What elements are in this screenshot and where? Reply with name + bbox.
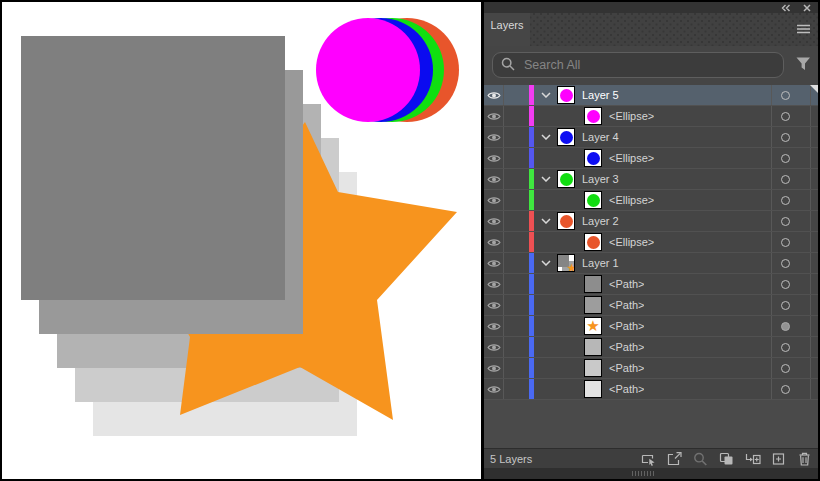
filter-icon[interactable]	[796, 57, 811, 73]
target-circle[interactable]	[781, 343, 790, 352]
target-circle[interactable]	[781, 259, 790, 268]
layer-row[interactable]: <Path>	[484, 337, 818, 358]
search-box[interactable]	[492, 52, 784, 78]
layer-row[interactable]: <Ellipse>	[484, 148, 818, 169]
visibility-eye-icon[interactable]	[484, 274, 504, 294]
layer-name: <Ellipse>	[609, 152, 654, 164]
row-content: ★ <Path>	[534, 316, 771, 336]
layer-row[interactable]: ★ Layer 1	[484, 253, 818, 274]
layer-thumbnail	[584, 338, 602, 356]
visibility-eye-icon[interactable]	[484, 106, 504, 126]
visibility-eye-icon[interactable]	[484, 379, 504, 399]
layer-row[interactable]: Layer 4	[484, 127, 818, 148]
chevron-down-icon[interactable]	[538, 134, 554, 140]
target-cell	[771, 127, 810, 147]
artboard-canvas[interactable]	[2, 2, 481, 479]
make-clipping-mask-icon[interactable]	[718, 451, 735, 466]
chevron-down-icon[interactable]	[538, 260, 554, 266]
target-circle[interactable]	[781, 301, 790, 310]
visibility-eye-icon[interactable]	[484, 358, 504, 378]
lock-toggle-cell[interactable]	[504, 337, 529, 357]
visibility-eye-icon[interactable]	[484, 190, 504, 210]
visibility-eye-icon[interactable]	[484, 211, 504, 231]
visibility-eye-icon[interactable]	[484, 316, 504, 336]
lock-toggle-cell[interactable]	[504, 127, 529, 147]
layer-thumbnail	[584, 380, 602, 398]
panel-menu-icon[interactable]	[797, 24, 810, 36]
target-cell	[771, 379, 810, 399]
visibility-eye-icon[interactable]	[484, 295, 504, 315]
visibility-eye-icon[interactable]	[484, 127, 504, 147]
target-circle[interactable]	[781, 112, 790, 121]
target-cell	[771, 211, 810, 231]
layer-row[interactable]: Layer 3	[484, 169, 818, 190]
row-content: <Ellipse>	[534, 106, 771, 126]
visibility-eye-icon[interactable]	[484, 232, 504, 252]
layer-row[interactable]: <Ellipse>	[484, 232, 818, 253]
target-circle[interactable]	[781, 385, 790, 394]
row-right-gutter	[810, 127, 818, 147]
layer-name: Layer 4	[582, 131, 619, 143]
chevron-down-icon[interactable]	[538, 218, 554, 224]
layer-row[interactable]: <Path>	[484, 274, 818, 295]
layer-name: <Ellipse>	[609, 110, 654, 122]
target-circle[interactable]	[781, 364, 790, 373]
target-circle[interactable]	[781, 280, 790, 289]
target-circle[interactable]	[781, 154, 790, 163]
layer-row[interactable]: <Path>	[484, 295, 818, 316]
artwork-svg	[2, 2, 481, 479]
layers-panel: Layers	[484, 2, 818, 479]
layer-thumbnail	[584, 149, 602, 167]
layer-row[interactable]: <Path>	[484, 379, 818, 400]
gray-square-1[interactable]	[21, 36, 285, 300]
layer-row[interactable]: Layer 5	[484, 85, 818, 106]
lock-toggle-cell[interactable]	[504, 379, 529, 399]
visibility-eye-icon[interactable]	[484, 253, 504, 273]
lock-toggle-cell[interactable]	[504, 148, 529, 168]
collapse-panels-icon[interactable]	[781, 4, 791, 12]
chevron-down-icon[interactable]	[538, 92, 554, 98]
target-circle[interactable]	[781, 175, 790, 184]
new-sublayer-icon[interactable]	[744, 451, 761, 466]
lock-toggle-cell[interactable]	[504, 211, 529, 231]
lock-toggle-cell[interactable]	[504, 190, 529, 210]
locate-object-icon[interactable]	[692, 451, 709, 466]
magenta-ellipse[interactable]	[316, 18, 420, 122]
lock-toggle-cell[interactable]	[504, 169, 529, 189]
application-window: Layers	[0, 0, 820, 481]
target-circle[interactable]	[781, 238, 790, 247]
chevron-down-icon[interactable]	[538, 176, 554, 182]
layer-row[interactable]: ★ <Path>	[484, 316, 818, 337]
lock-toggle-cell[interactable]	[504, 253, 529, 273]
lock-toggle-cell[interactable]	[504, 358, 529, 378]
target-circle[interactable]	[781, 133, 790, 142]
layer-row[interactable]: <Ellipse>	[484, 106, 818, 127]
visibility-eye-icon[interactable]	[484, 85, 504, 105]
layer-row[interactable]: <Ellipse>	[484, 190, 818, 211]
visibility-eye-icon[interactable]	[484, 169, 504, 189]
close-icon[interactable]	[803, 4, 811, 12]
visibility-eye-icon[interactable]	[484, 337, 504, 357]
target-circle[interactable]	[781, 217, 790, 226]
lock-toggle-cell[interactable]	[504, 85, 529, 105]
lock-toggle-cell[interactable]	[504, 316, 529, 336]
lock-toggle-cell[interactable]	[504, 274, 529, 294]
target-circle[interactable]	[781, 91, 790, 100]
lock-toggle-cell[interactable]	[504, 295, 529, 315]
visibility-eye-icon[interactable]	[484, 148, 504, 168]
lock-toggle-cell[interactable]	[504, 232, 529, 252]
lock-toggle-cell[interactable]	[504, 106, 529, 126]
layers-empty-area[interactable]	[484, 400, 818, 448]
delete-selection-icon[interactable]	[796, 451, 813, 466]
external-link-icon[interactable]	[666, 451, 683, 466]
resize-gripper[interactable]	[632, 471, 656, 476]
layer-row[interactable]: <Path>	[484, 358, 818, 379]
tab-layers[interactable]: Layers	[484, 13, 530, 46]
layer-row[interactable]: Layer 2	[484, 211, 818, 232]
search-input[interactable]	[522, 57, 775, 73]
layer-name: Layer 5	[582, 89, 619, 101]
collect-for-export-icon[interactable]	[640, 451, 657, 466]
target-circle[interactable]	[781, 322, 790, 331]
new-layer-icon[interactable]	[770, 451, 787, 466]
target-circle[interactable]	[781, 196, 790, 205]
